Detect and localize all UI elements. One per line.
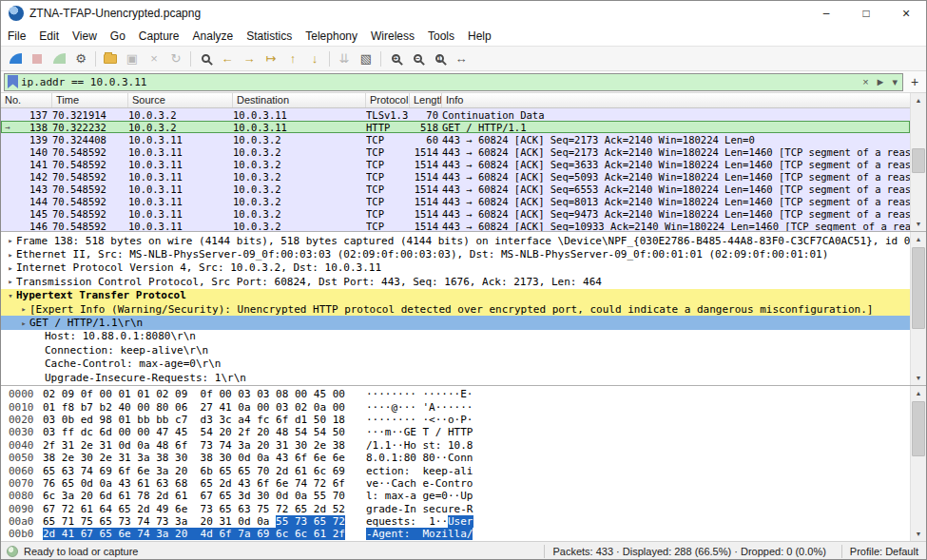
hex-row[interactable]: 0010 01 f8 b7 b2 40 00 80 06 27 41 0a 00…	[1, 400, 910, 413]
expander-icon[interactable]	[5, 291, 16, 300]
packet-row[interactable]: 140 70.548592 10.0.3.11 10.0.3.2 TCP 151…	[1, 145, 910, 158]
save-file-icon[interactable]: ▣	[122, 48, 143, 69]
column-header-time[interactable]: Time	[52, 93, 128, 107]
column-header-protocol[interactable]: Protocol	[366, 93, 410, 107]
detail-line[interactable]: Frame 138: 518 bytes on wire (4144 bits)…	[1, 234, 910, 247]
find-packet-icon[interactable]	[195, 48, 216, 69]
go-to-packet-icon[interactable]: ↦	[261, 48, 281, 69]
close-icon[interactable]: ×	[886, 1, 926, 26]
expander-icon[interactable]	[5, 277, 16, 286]
hex-row[interactable]: 00a0 65 71 75 65 73 74 73 3a 20 31 0d 0a…	[1, 515, 910, 528]
menu-wireless[interactable]: Wireless	[364, 28, 421, 45]
scroll-up-icon[interactable]: ▲	[911, 386, 926, 400]
scroll-up-icon[interactable]: ▲	[911, 93, 926, 107]
detail-line[interactable]: Cache-Control: max-age=0\r\n	[1, 357, 910, 371]
expander-icon[interactable]	[5, 250, 16, 260]
auto-scroll-icon[interactable]: ⇊	[334, 48, 355, 69]
minimize-icon[interactable]: –	[806, 1, 846, 26]
open-file-icon[interactable]	[100, 48, 121, 69]
zoom-reset-icon[interactable]: 1	[429, 48, 450, 69]
packet-row[interactable]: 145 70.548592 10.0.3.11 10.0.3.2 TCP 151…	[1, 207, 910, 220]
packet-list-scrollbar[interactable]: ▲ ▼	[910, 93, 926, 231]
expander-icon[interactable]	[5, 236, 16, 245]
go-forward-icon[interactable]: →	[239, 48, 260, 69]
packet-row[interactable]: 137 70.321914 10.0.3.2 10.0.3.11 TLSv1.3…	[1, 108, 910, 121]
column-header-length[interactable]: Length	[410, 93, 442, 107]
menu-view[interactable]: View	[66, 28, 104, 45]
detail-line[interactable]: Transmission Control Protocol, Src Port:…	[1, 275, 910, 288]
filter-dropdown-icon[interactable]: ▾	[890, 76, 899, 88]
menu-telephony[interactable]: Telephony	[299, 28, 364, 45]
hex-row[interactable]: 0030 03 ff dc 6d 00 00 47 45 54 20 2f 20…	[1, 426, 910, 438]
go-last-icon[interactable]: ↓	[304, 48, 325, 69]
scroll-down-icon[interactable]: ▼	[911, 217, 926, 231]
packet-row[interactable]: 139 70.324408 10.0.3.11 10.0.3.2 TCP 60 …	[1, 133, 910, 145]
maximize-icon[interactable]: □	[846, 1, 886, 26]
hex-row[interactable]: 0050 38 2e 30 2e 31 3a 38 30 38 30 0d 0a…	[1, 452, 910, 464]
filter-clear-icon[interactable]: ×	[860, 76, 870, 87]
hex-row[interactable]: 0080 6c 3a 20 6d 61 78 2d 61 67 65 3d 30…	[1, 490, 910, 502]
packet-row[interactable]: → 138 70.322232 10.0.3.2 10.0.3.11 HTTP …	[1, 121, 910, 133]
details-scrollbar[interactable]: ▲ ▼	[910, 232, 926, 385]
hex-row[interactable]: 0020 03 0b ed 98 01 bb bb c7 d3 3c a4 fc…	[1, 414, 910, 426]
column-header-info[interactable]: Info	[442, 93, 926, 107]
resize-columns-icon[interactable]: ↔	[451, 48, 472, 69]
hex-row[interactable]: 0070 76 65 0d 0a 43 61 63 68 65 2d 43 6f…	[1, 477, 910, 490]
expander-icon[interactable]	[5, 263, 16, 273]
menu-analyze[interactable]: Analyze	[186, 28, 241, 45]
packet-row[interactable]: 144 70.548592 10.0.3.11 10.0.3.2 TCP 151…	[1, 195, 910, 207]
go-back-icon[interactable]: ←	[217, 48, 238, 69]
restart-capture-icon[interactable]	[48, 48, 69, 69]
packet-row[interactable]: 143 70.548592 10.0.3.11 10.0.3.2 TCP 151…	[1, 183, 910, 195]
detail-line[interactable]: Connection: keep-alive\r\n	[1, 343, 910, 357]
packet-row[interactable]: 146 70.548592 10.0.3.11 10.0.3.2 TCP 151…	[1, 220, 910, 232]
scroll-down-icon[interactable]: ▼	[911, 527, 926, 541]
go-first-icon[interactable]: ↑	[282, 48, 303, 69]
detail-line[interactable]: [Expert Info (Warning/Security): Unencry…	[1, 302, 910, 316]
detail-line[interactable]: Ethernet II, Src: MS-NLB-PhysServer-09_0…	[1, 247, 910, 261]
detail-line[interactable]: Host: 10.88.0.1:8080\r\n	[1, 330, 910, 343]
scroll-thumb[interactable]	[912, 401, 925, 456]
expert-info-icon[interactable]	[7, 546, 18, 557]
menu-capture[interactable]: Capture	[132, 28, 186, 45]
scroll-up-icon[interactable]: ▲	[911, 232, 926, 246]
zoom-in-icon[interactable]: +	[385, 48, 406, 69]
filter-bookmark-icon[interactable]	[8, 75, 18, 88]
menu-file[interactable]: File	[1, 28, 32, 45]
close-file-icon[interactable]: ×	[144, 48, 164, 69]
capture-options-icon[interactable]: ⚙	[70, 48, 91, 69]
column-header-no[interactable]: No.	[1, 93, 52, 107]
menu-tools[interactable]: Tools	[421, 28, 461, 45]
scroll-thumb[interactable]	[912, 247, 925, 329]
filter-add-button[interactable]: +	[906, 74, 923, 89]
hex-scrollbar[interactable]: ▲ ▼	[910, 386, 926, 541]
hex-row[interactable]: 0040 2f 31 2e 31 0d 0a 48 6f 73 74 3a 20…	[1, 439, 910, 452]
start-capture-icon[interactable]	[5, 48, 26, 69]
menu-statistics[interactable]: Statistics	[240, 28, 299, 45]
detail-line[interactable]: GET / HTTP/1.1\r\n	[1, 316, 910, 329]
display-filter-field[interactable]: × ► ▾	[4, 73, 903, 91]
detail-line[interactable]: Upgrade-Insecure-Requests: 1\r\n	[1, 371, 910, 384]
column-header-source[interactable]: Source	[128, 93, 233, 107]
reload-file-icon[interactable]: ↻	[165, 48, 186, 69]
filter-apply-icon[interactable]: ►	[874, 76, 888, 87]
hex-row[interactable]: 00b0 2d 41 67 65 6e 74 3a 20 4d 6f 7a 69…	[1, 528, 910, 540]
hex-row[interactable]: 0090 67 72 61 64 65 2d 49 6e 73 65 63 75…	[1, 503, 910, 515]
zoom-out-icon[interactable]: −	[407, 48, 428, 69]
colorize-icon[interactable]: ▧	[356, 48, 377, 69]
menu-go[interactable]: Go	[104, 28, 132, 45]
status-profile[interactable]: Profile: Default	[850, 546, 926, 557]
scroll-down-icon[interactable]: ▼	[911, 371, 926, 385]
expander-icon[interactable]	[18, 319, 29, 328]
menu-edit[interactable]: Edit	[32, 28, 66, 45]
hex-row[interactable]: 0000 02 09 0f 00 01 01 02 09 0f 00 03 03…	[1, 388, 910, 400]
scroll-thumb[interactable]	[912, 148, 925, 173]
column-header-destination[interactable]: Destination	[233, 93, 366, 107]
packet-row[interactable]: 142 70.548592 10.0.3.11 10.0.3.2 TCP 151…	[1, 170, 910, 183]
display-filter-input[interactable]	[21, 76, 858, 88]
expander-icon[interactable]	[18, 304, 29, 314]
detail-line[interactable]: Internet Protocol Version 4, Src: 10.0.3…	[1, 261, 910, 275]
hex-row[interactable]: 0060 65 63 74 69 6f 6e 3a 20 6b 65 65 70…	[1, 464, 910, 476]
detail-line[interactable]: Hypertext Transfer Protocol	[1, 289, 910, 302]
packet-row[interactable]: 141 70.548592 10.0.3.11 10.0.3.2 TCP 151…	[1, 158, 910, 170]
